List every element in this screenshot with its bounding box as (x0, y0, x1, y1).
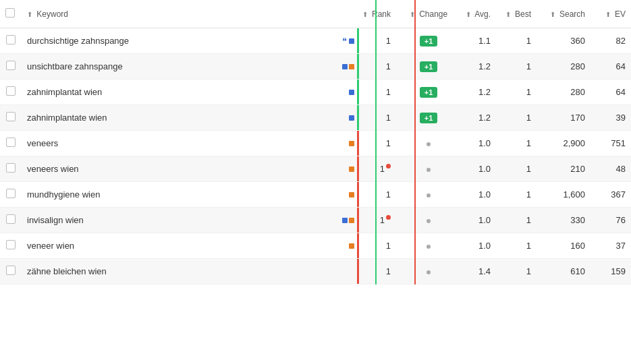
row-checkbox-cell (0, 259, 22, 284)
rank-value: 1 (386, 113, 391, 123)
row-checkbox[interactable] (6, 138, 16, 147)
row-ev: 48 (591, 156, 631, 182)
row-rank: 1 (357, 233, 402, 259)
row-rank: 1 (357, 259, 402, 284)
row-icons (317, 259, 357, 284)
avg-label: Avg. (474, 9, 491, 19)
row-ev: 64 (591, 80, 631, 105)
row-checkbox[interactable] (6, 240, 16, 249)
row-checkbox[interactable] (6, 61, 16, 70)
row-keyword: durchsichtige zahnspange (22, 28, 317, 54)
blue-icon (349, 115, 354, 121)
row-avg: 1.0 (456, 131, 496, 156)
table-row: unsichtbare zahnspange1+11.2128064 (0, 54, 631, 80)
row-avg: 1.2 (456, 54, 496, 80)
row-rank: 1 (357, 80, 402, 105)
best-label: Best (515, 9, 531, 19)
row-search: 330 (537, 208, 591, 233)
row-search: 160 (537, 233, 591, 259)
table-body: durchsichtige zahnspange❝1+11.1136082uns… (0, 28, 631, 284)
table-row: veneers wien11.0121048 (0, 156, 631, 182)
row-best: 1 (496, 131, 537, 156)
row-keyword: veneers (22, 131, 317, 156)
rank-red-dot (386, 164, 391, 169)
header-avg[interactable]: ⬆ Avg. (456, 0, 496, 28)
row-change (402, 182, 456, 208)
row-avg: 1.0 (456, 182, 496, 208)
row-change (402, 259, 456, 284)
header-keyword[interactable]: ⬆ Keyword (22, 0, 317, 28)
orange-icon (349, 192, 354, 198)
row-change: +1 (402, 105, 456, 131)
row-icons (317, 233, 357, 259)
row-ev: 39 (591, 105, 631, 131)
rank-value: 1 (386, 36, 391, 46)
header-search[interactable]: ⬆ Search (537, 0, 591, 28)
search-label: Search (559, 9, 585, 19)
orange-icon (349, 243, 354, 249)
blue-icon (342, 218, 348, 223)
header-ev[interactable]: ⬆ EV (591, 0, 631, 28)
rank-label: Rank (372, 9, 391, 19)
change-dot (427, 193, 431, 198)
row-checkbox[interactable] (6, 86, 16, 96)
row-rank: 1 (357, 131, 402, 156)
row-search: 280 (537, 80, 591, 105)
row-checkbox[interactable] (6, 214, 16, 224)
rank-value: 1 (386, 61, 391, 71)
row-checkbox[interactable] (6, 163, 16, 173)
row-checkbox-cell (0, 208, 22, 233)
row-avg: 1.2 (456, 105, 496, 131)
ev-sort-icon: ⬆ (605, 11, 611, 18)
row-checkbox[interactable] (6, 35, 16, 44)
row-search: 360 (537, 28, 591, 54)
table-row: veneers11.012,900751 (0, 131, 631, 156)
rank-value: 1 (386, 241, 391, 251)
table-row: invisalign wien11.0133076 (0, 208, 631, 233)
blue-icon (342, 64, 348, 69)
row-checkbox-cell (0, 182, 22, 208)
keyword-sort-icon: ⬆ (27, 11, 32, 18)
row-keyword: zahnimplantate wien (22, 105, 317, 131)
row-checkbox[interactable] (6, 189, 16, 198)
header-rank[interactable]: ⬆ Rank (357, 0, 402, 28)
row-rank: 1 (357, 28, 402, 54)
row-icons: ❝ (317, 28, 357, 54)
table-row: mundhygiene wien11.011,600367 (0, 182, 631, 208)
row-search: 2,900 (537, 131, 591, 156)
row-best: 1 (496, 156, 537, 182)
change-badge: +1 (420, 36, 438, 47)
header-checkbox[interactable] (0, 0, 22, 28)
rank-line (357, 105, 359, 130)
row-change (402, 208, 456, 233)
orange-icon (349, 141, 354, 146)
row-checkbox[interactable] (6, 112, 16, 121)
row-ev: 159 (591, 259, 631, 284)
table-row: durchsichtige zahnspange❝1+11.1136082 (0, 28, 631, 54)
change-dot (427, 270, 431, 274)
rank-line (357, 131, 359, 156)
row-search: 170 (537, 105, 591, 131)
rank-line (357, 54, 359, 79)
row-best: 1 (496, 54, 537, 80)
select-all-checkbox[interactable] (5, 8, 15, 18)
row-ev: 751 (591, 131, 631, 156)
rank-value: 1 (386, 266, 391, 276)
row-avg: 1.0 (456, 233, 496, 259)
row-best: 1 (496, 182, 537, 208)
rank-line (357, 233, 359, 258)
rank-value: 1 (380, 215, 385, 225)
orange-icon (349, 166, 354, 172)
row-change (402, 131, 456, 156)
row-checkbox-cell (0, 105, 22, 131)
header-best[interactable]: ⬆ Best (496, 0, 537, 28)
best-sort-icon: ⬆ (505, 11, 511, 18)
row-checkbox-cell (0, 80, 22, 105)
header-change[interactable]: ⬆ Change (402, 0, 456, 28)
row-icons (317, 156, 357, 182)
row-checkbox[interactable] (6, 266, 16, 275)
keyword-label: Keyword (36, 9, 68, 19)
search-sort-icon: ⬆ (550, 11, 555, 18)
rank-line (357, 182, 359, 207)
row-checkbox-cell (0, 28, 22, 54)
